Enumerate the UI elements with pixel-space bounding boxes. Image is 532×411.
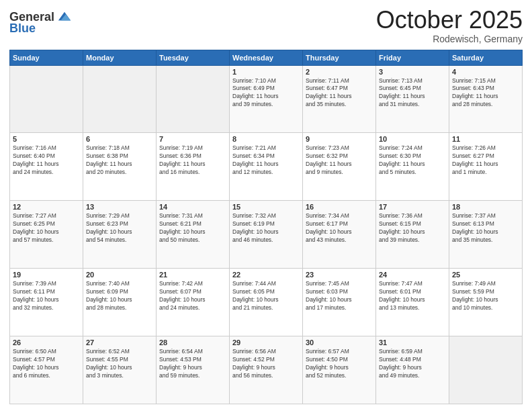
day-info: Sunrise: 7:13 AMSunset: 6:45 PMDaylight:… (379, 77, 446, 109)
day-number: 8 (232, 135, 300, 143)
calendar-day-cell: 18Sunrise: 7:37 AMSunset: 6:13 PMDayligh… (449, 201, 523, 269)
day-number: 14 (159, 203, 226, 211)
calendar-day-cell: 8Sunrise: 7:21 AMSunset: 6:34 PMDaylight… (230, 133, 303, 201)
day-number: 15 (232, 203, 300, 211)
calendar-day-cell: 9Sunrise: 7:23 AMSunset: 6:32 PMDaylight… (303, 133, 376, 201)
calendar-day-cell: 13Sunrise: 7:29 AMSunset: 6:23 PMDayligh… (83, 201, 157, 269)
weekday-header: Thursday (303, 50, 376, 65)
calendar-day-cell: 3Sunrise: 7:13 AMSunset: 6:45 PMDaylight… (376, 65, 449, 133)
calendar-day-cell: 28Sunrise: 6:54 AMSunset: 4:53 PMDayligh… (157, 336, 230, 404)
day-info: Sunrise: 7:23 AMSunset: 6:32 PMDaylight:… (306, 144, 373, 177)
day-info: Sunrise: 7:39 AMSunset: 6:11 PMDaylight:… (13, 280, 80, 312)
day-number: 25 (452, 271, 519, 279)
calendar-day-cell: 22Sunrise: 7:44 AMSunset: 6:05 PMDayligh… (230, 269, 303, 336)
day-number: 20 (86, 271, 153, 279)
calendar-day-cell: 19Sunrise: 7:39 AMSunset: 6:11 PMDayligh… (10, 269, 83, 336)
calendar-day-cell: 14Sunrise: 7:31 AMSunset: 6:21 PMDayligh… (157, 201, 230, 269)
calendar-day-cell: 20Sunrise: 7:40 AMSunset: 6:09 PMDayligh… (83, 269, 157, 336)
calendar-week-row: 19Sunrise: 7:39 AMSunset: 6:11 PMDayligh… (10, 269, 523, 336)
calendar-day-cell: 10Sunrise: 7:24 AMSunset: 6:30 PMDayligh… (376, 133, 449, 201)
day-info: Sunrise: 6:50 AMSunset: 4:57 PMDaylight:… (13, 348, 80, 380)
page: General Blue October 2025 Rodewisch, Ger… (0, 0, 532, 411)
calendar-week-row: 12Sunrise: 7:27 AMSunset: 6:25 PMDayligh… (10, 201, 523, 269)
day-number: 13 (86, 203, 153, 211)
day-info: Sunrise: 7:45 AMSunset: 6:03 PMDaylight:… (306, 280, 373, 312)
day-info: Sunrise: 7:44 AMSunset: 6:05 PMDaylight:… (232, 280, 300, 312)
calendar-day-cell: 25Sunrise: 7:49 AMSunset: 5:59 PMDayligh… (449, 269, 523, 336)
calendar-day-cell: 21Sunrise: 7:42 AMSunset: 6:07 PMDayligh… (157, 269, 230, 336)
calendar-week-row: 26Sunrise: 6:50 AMSunset: 4:57 PMDayligh… (10, 336, 523, 404)
day-number: 28 (159, 338, 226, 347)
calendar-day-cell (10, 65, 83, 133)
day-number: 18 (452, 203, 519, 211)
day-info: Sunrise: 7:47 AMSunset: 6:01 PMDaylight:… (379, 280, 446, 312)
calendar-week-row: 5Sunrise: 7:16 AMSunset: 6:40 PMDaylight… (10, 133, 523, 201)
calendar-day-cell: 17Sunrise: 7:36 AMSunset: 6:15 PMDayligh… (376, 201, 449, 269)
calendar-day-cell: 2Sunrise: 7:11 AMSunset: 6:47 PMDaylight… (303, 65, 376, 133)
day-number: 7 (159, 135, 226, 143)
day-info: Sunrise: 7:40 AMSunset: 6:09 PMDaylight:… (86, 280, 153, 312)
day-info: Sunrise: 6:59 AMSunset: 4:48 PMDaylight:… (379, 348, 446, 380)
day-info: Sunrise: 7:19 AMSunset: 6:36 PMDaylight:… (159, 144, 226, 177)
day-info: Sunrise: 7:10 AMSunset: 6:49 PMDaylight:… (232, 77, 300, 109)
calendar-day-cell: 24Sunrise: 7:47 AMSunset: 6:01 PMDayligh… (376, 269, 449, 336)
day-info: Sunrise: 7:21 AMSunset: 6:34 PMDaylight:… (232, 144, 300, 177)
day-info: Sunrise: 7:15 AMSunset: 6:43 PMDaylight:… (452, 77, 519, 109)
calendar-day-cell: 29Sunrise: 6:56 AMSunset: 4:52 PMDayligh… (230, 336, 303, 404)
weekday-header: Sunday (10, 50, 83, 65)
weekday-header: Monday (83, 50, 157, 65)
calendar-day-cell: 26Sunrise: 6:50 AMSunset: 4:57 PMDayligh… (10, 336, 83, 404)
calendar-day-cell: 16Sunrise: 7:34 AMSunset: 6:17 PMDayligh… (303, 201, 376, 269)
calendar-day-cell: 23Sunrise: 7:45 AMSunset: 6:03 PMDayligh… (303, 269, 376, 336)
day-info: Sunrise: 7:37 AMSunset: 6:13 PMDaylight:… (452, 212, 519, 244)
calendar-day-cell: 12Sunrise: 7:27 AMSunset: 6:25 PMDayligh… (10, 201, 83, 269)
header: General Blue October 2025 Rodewisch, Ger… (9, 7, 523, 44)
title-block: October 2025 Rodewisch, Germany (376, 7, 523, 44)
calendar-day-cell (449, 336, 523, 404)
day-number: 9 (306, 135, 373, 143)
day-number: 3 (379, 68, 446, 76)
day-number: 2 (306, 68, 373, 76)
calendar-day-cell: 30Sunrise: 6:57 AMSunset: 4:50 PMDayligh… (303, 336, 376, 404)
calendar-day-cell: 31Sunrise: 6:59 AMSunset: 4:48 PMDayligh… (376, 336, 449, 404)
day-info: Sunrise: 7:42 AMSunset: 6:07 PMDaylight:… (159, 280, 226, 312)
day-info: Sunrise: 7:49 AMSunset: 5:59 PMDaylight:… (452, 280, 519, 312)
day-info: Sunrise: 6:56 AMSunset: 4:52 PMDaylight:… (232, 348, 300, 380)
day-info: Sunrise: 7:18 AMSunset: 6:38 PMDaylight:… (86, 144, 153, 177)
day-info: Sunrise: 7:32 AMSunset: 6:19 PMDaylight:… (232, 212, 300, 244)
day-info: Sunrise: 7:24 AMSunset: 6:30 PMDaylight:… (379, 144, 446, 177)
day-info: Sunrise: 6:54 AMSunset: 4:53 PMDaylight:… (159, 348, 226, 380)
calendar-day-cell: 1Sunrise: 7:10 AMSunset: 6:49 PMDaylight… (230, 65, 303, 133)
calendar-week-row: 1Sunrise: 7:10 AMSunset: 6:49 PMDaylight… (10, 65, 523, 133)
day-number: 6 (86, 135, 153, 143)
day-number: 11 (452, 135, 519, 143)
day-number: 4 (452, 68, 519, 76)
day-number: 24 (379, 271, 446, 279)
calendar-day-cell: 4Sunrise: 7:15 AMSunset: 6:43 PMDaylight… (449, 65, 523, 133)
day-number: 5 (13, 135, 80, 143)
weekday-header: Wednesday (230, 50, 303, 65)
day-number: 27 (86, 338, 153, 347)
calendar-day-cell: 6Sunrise: 7:18 AMSunset: 6:38 PMDaylight… (83, 133, 157, 201)
day-info: Sunrise: 6:52 AMSunset: 4:55 PMDaylight:… (86, 348, 153, 380)
day-info: Sunrise: 7:34 AMSunset: 6:17 PMDaylight:… (306, 212, 373, 244)
day-number: 23 (306, 271, 373, 279)
logo: General Blue (9, 9, 72, 36)
day-info: Sunrise: 7:29 AMSunset: 6:23 PMDaylight:… (86, 212, 153, 244)
day-number: 1 (232, 68, 300, 76)
day-number: 10 (379, 135, 446, 143)
day-number: 29 (232, 338, 300, 347)
calendar-day-cell: 7Sunrise: 7:19 AMSunset: 6:36 PMDaylight… (157, 133, 230, 201)
day-number: 19 (13, 271, 80, 279)
location: Rodewisch, Germany (376, 34, 523, 44)
calendar-day-cell: 11Sunrise: 7:26 AMSunset: 6:27 PMDayligh… (449, 133, 523, 201)
weekday-header: Tuesday (157, 50, 230, 65)
day-number: 30 (306, 338, 373, 347)
day-number: 17 (379, 203, 446, 211)
day-number: 26 (13, 338, 80, 347)
day-number: 16 (306, 203, 373, 211)
day-number: 22 (232, 271, 300, 279)
day-info: Sunrise: 7:36 AMSunset: 6:15 PMDaylight:… (379, 212, 446, 244)
calendar-day-cell (83, 65, 157, 133)
month-title: October 2025 (376, 7, 523, 34)
